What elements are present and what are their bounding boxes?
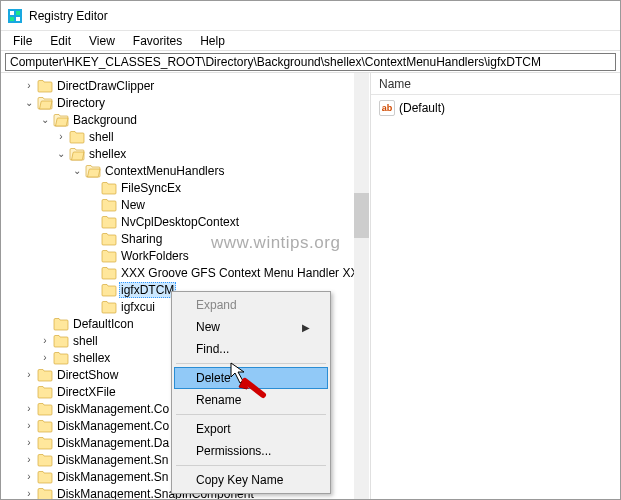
- folder-icon: [37, 402, 53, 416]
- expander-icon[interactable]: ⌄: [23, 97, 35, 109]
- address-bar: [1, 51, 620, 73]
- values-pane[interactable]: Name ab (Default): [371, 73, 620, 499]
- menu-view[interactable]: View: [81, 32, 123, 50]
- folder-icon: [53, 351, 69, 365]
- menubar: File Edit View Favorites Help: [1, 31, 620, 51]
- tree-node-selected[interactable]: igfxDTCM: [119, 282, 176, 298]
- tree-node[interactable]: DiskManagement.Sn: [55, 470, 170, 484]
- tree-node[interactable]: FileSyncEx: [119, 181, 183, 195]
- ctx-separator: [176, 465, 326, 466]
- folder-icon: [37, 419, 53, 433]
- folder-icon: [37, 453, 53, 467]
- ctx-copykeyname[interactable]: Copy Key Name: [174, 469, 328, 491]
- ctx-export[interactable]: Export: [174, 418, 328, 440]
- folder-icon: [37, 470, 53, 484]
- tree-node[interactable]: DiskManagement.Co: [55, 419, 171, 433]
- ctx-new[interactable]: New▶: [174, 316, 328, 338]
- address-field[interactable]: [5, 53, 616, 71]
- ctx-delete[interactable]: Delete: [174, 367, 328, 389]
- tree-node[interactable]: DiskManagement.Da: [55, 436, 171, 450]
- tree-node[interactable]: DirectXFile: [55, 385, 118, 399]
- tree-node[interactable]: DirectDrawClipper: [55, 79, 156, 93]
- expander-icon[interactable]: ›: [23, 488, 35, 500]
- expander-icon[interactable]: ›: [23, 369, 35, 381]
- folder-icon: [101, 266, 117, 280]
- scrollbar-thumb[interactable]: [354, 193, 369, 238]
- tree-node[interactable]: shell: [71, 334, 100, 348]
- folder-icon: [101, 232, 117, 246]
- folder-icon: [69, 130, 85, 144]
- folder-icon: [101, 215, 117, 229]
- menu-edit[interactable]: Edit: [42, 32, 79, 50]
- string-value-icon: ab: [379, 100, 395, 116]
- ctx-expand[interactable]: Expand: [174, 294, 328, 316]
- folder-icon: [101, 198, 117, 212]
- expander-icon[interactable]: ›: [23, 420, 35, 432]
- folder-icon: [69, 147, 85, 161]
- column-header-name[interactable]: Name: [371, 73, 620, 95]
- tree-node[interactable]: New: [119, 198, 147, 212]
- tree-node[interactable]: WorkFolders: [119, 249, 191, 263]
- menu-help[interactable]: Help: [192, 32, 233, 50]
- tree-node[interactable]: XXX Groove GFS Context Menu Handler XX: [119, 266, 360, 280]
- expander-icon[interactable]: ⌄: [71, 165, 83, 177]
- titlebar: Registry Editor: [1, 1, 620, 31]
- tree-node[interactable]: DiskManagement.Co: [55, 402, 171, 416]
- tree-node[interactable]: DirectShow: [55, 368, 120, 382]
- ctx-separator: [176, 363, 326, 364]
- value-row[interactable]: ab (Default): [379, 99, 612, 117]
- ctx-separator: [176, 414, 326, 415]
- tree-node[interactable]: shellex: [87, 147, 128, 161]
- app-icon: [7, 8, 23, 24]
- folder-icon: [101, 300, 117, 314]
- folder-icon: [53, 317, 69, 331]
- context-menu: Expand New▶ Find... Delete Rename Export…: [171, 291, 331, 494]
- expander-icon[interactable]: ›: [23, 454, 35, 466]
- value-name: (Default): [399, 101, 445, 115]
- folder-icon: [37, 79, 53, 93]
- tree-node[interactable]: ContextMenuHandlers: [103, 164, 226, 178]
- tree-node[interactable]: Background: [71, 113, 139, 127]
- tree-node[interactable]: Directory: [55, 96, 107, 110]
- folder-icon: [53, 334, 69, 348]
- expander-icon[interactable]: ›: [23, 80, 35, 92]
- folder-icon: [37, 436, 53, 450]
- expander-icon[interactable]: ›: [39, 352, 51, 364]
- menu-favorites[interactable]: Favorites: [125, 32, 190, 50]
- tree-node[interactable]: NvCplDesktopContext: [119, 215, 241, 229]
- menu-file[interactable]: File: [5, 32, 40, 50]
- folder-icon: [101, 249, 117, 263]
- folder-icon: [37, 385, 53, 399]
- ctx-find[interactable]: Find...: [174, 338, 328, 360]
- tree-node[interactable]: DiskManagement.Sn: [55, 453, 170, 467]
- folder-icon: [37, 368, 53, 382]
- expander-icon[interactable]: ›: [39, 335, 51, 347]
- tree-node[interactable]: Sharing: [119, 232, 164, 246]
- folder-icon: [101, 283, 117, 297]
- tree-node[interactable]: igfxcui: [119, 300, 157, 314]
- window-title: Registry Editor: [29, 9, 108, 23]
- expander-icon[interactable]: ›: [23, 471, 35, 483]
- folder-icon: [101, 181, 117, 195]
- expander-icon[interactable]: ⌄: [55, 148, 67, 160]
- ctx-rename[interactable]: Rename: [174, 389, 328, 411]
- folder-icon: [85, 164, 101, 178]
- folder-icon: [53, 113, 69, 127]
- tree-node[interactable]: DefaultIcon: [71, 317, 136, 331]
- folder-icon: [37, 487, 53, 500]
- expander-icon[interactable]: ›: [23, 437, 35, 449]
- folder-icon: [37, 96, 53, 110]
- expander-icon[interactable]: ⌄: [39, 114, 51, 126]
- expander-icon[interactable]: ›: [55, 131, 67, 143]
- tree-node[interactable]: shell: [87, 130, 116, 144]
- ctx-permissions[interactable]: Permissions...: [174, 440, 328, 462]
- expander-icon[interactable]: ›: [23, 403, 35, 415]
- scrollbar-track[interactable]: [354, 73, 369, 499]
- submenu-arrow-icon: ▶: [302, 322, 310, 333]
- tree-node[interactable]: shellex: [71, 351, 112, 365]
